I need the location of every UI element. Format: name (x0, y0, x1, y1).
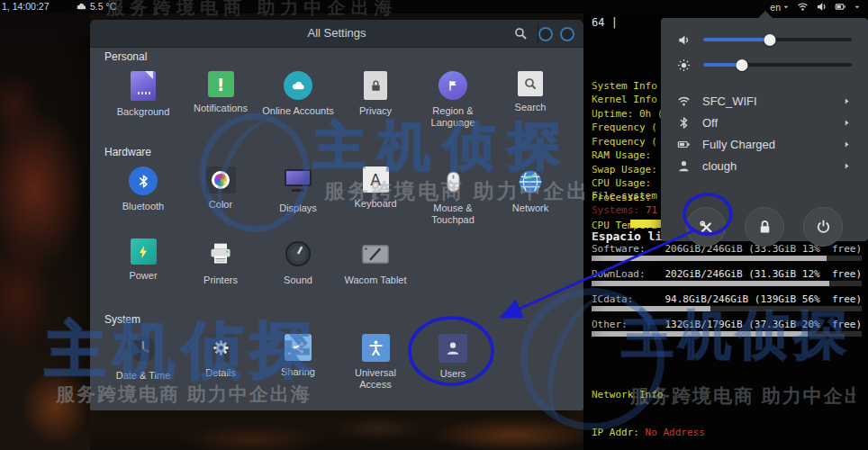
color-wheel-icon (205, 166, 236, 194)
section-personal: Personal Background Notifications (104, 50, 576, 129)
wacom-tablet-icon (360, 238, 391, 269)
brightness-icon (677, 58, 691, 72)
language-indicator[interactable]: en (770, 2, 790, 13)
menu-item[interactable]: clough (661, 155, 868, 176)
search-icon[interactable] (513, 26, 528, 40)
settings-tile[interactable]: Users (414, 334, 492, 391)
window-button-close[interactable] (560, 27, 574, 41)
notifications-icon (208, 71, 234, 97)
fs-usage-bar (592, 306, 862, 311)
tile-label: Network (512, 202, 548, 214)
window-header[interactable]: All Settings (90, 20, 583, 48)
settings-tile[interactable]: Power (104, 238, 182, 286)
tile-label: Details (205, 367, 236, 379)
filesystem-row: ICdata: 94.8GiB/246GiB (139GiB 56% free) (592, 293, 862, 315)
settings-tile[interactable]: Bluetooth (104, 166, 182, 226)
slider-knob[interactable] (764, 34, 776, 46)
slider-track[interactable] (703, 38, 852, 41)
tile-label: Sound (284, 274, 312, 286)
universal-access-icon (362, 334, 390, 362)
keyboard-icon (363, 166, 389, 193)
search-icon (518, 71, 543, 96)
settings-tile[interactable]: Search (492, 71, 569, 129)
region-language-flag-icon (439, 71, 467, 100)
settings-tile[interactable]: Privacy (337, 71, 414, 129)
network-info-block: Network Info IP Addr: No Address Down: 0… (592, 364, 862, 450)
fs-row-label: Software: (592, 243, 646, 255)
clock-icon (128, 334, 158, 364)
settings-tile[interactable]: Network (492, 166, 569, 226)
lock-button[interactable] (745, 207, 784, 247)
panel-indicators: en (770, 0, 861, 14)
tile-label: Online Accounts (262, 105, 334, 117)
menu-item-label: Off (702, 116, 718, 130)
settings-tile[interactable]: Details (182, 334, 259, 391)
tile-label: Sharing (281, 366, 315, 378)
quick-settings-menu: SFC_WIFI Off Fully Charged cl (661, 18, 868, 241)
systems-value: 71 (646, 204, 657, 216)
settings-tile[interactable]: Notifications (182, 71, 259, 129)
slider-knob[interactable] (736, 59, 747, 71)
settings-tile[interactable]: Keyboard (337, 166, 414, 226)
settings-tile[interactable]: Wacom Tablet (337, 238, 414, 286)
power-icon (815, 219, 832, 236)
tile-label: Users (440, 368, 466, 380)
fs-row-value: 202GiB/246GiB (31.3GiB 12% free) (665, 268, 862, 280)
wallpaper-left (0, 0, 90, 450)
system-info-line: Kernel Info (592, 93, 663, 107)
system-info-line: Frequency ( (592, 135, 663, 149)
settings-button[interactable] (686, 207, 726, 247)
menu-item-label: SFC_WIFI (702, 94, 757, 108)
settings-tools-icon (698, 219, 715, 236)
filesystem-row: Other: 132GiB/179GiB (37.3GiB 20% free) (592, 319, 862, 340)
system-info-line: Frequency ( (592, 121, 663, 135)
free-space-label: Espacio lib (592, 230, 669, 243)
tile-label: Date & Time (116, 370, 171, 382)
menu-item-label: Fully Charged (702, 138, 775, 151)
section-label: Hardware (104, 146, 576, 158)
chevron-right-icon (842, 140, 852, 149)
systems-usage: Systems:71 (592, 204, 657, 216)
panel-caret-down-icon[interactable] (854, 4, 861, 11)
window-title: All Settings (90, 20, 583, 47)
battery-indicator-icon[interactable] (835, 1, 846, 13)
settings-tile[interactable]: Printers (182, 238, 259, 286)
slider-row (661, 27, 868, 52)
terminal-prompt: 64 | (592, 16, 618, 29)
power-bolt-icon (131, 238, 157, 265)
fs-row-label: ICdata: (592, 293, 633, 305)
volume-indicator-icon[interactable] (816, 1, 827, 13)
settings-tile[interactable]: Region & Language (414, 71, 492, 129)
settings-tile[interactable]: Color (182, 166, 259, 226)
chevron-right-icon (842, 118, 852, 128)
wifi-indicator-icon[interactable] (797, 1, 809, 13)
menu-item[interactable]: Off (661, 112, 868, 133)
printer-icon (205, 238, 236, 269)
menu-item[interactable]: SFC_WIFI (661, 90, 868, 112)
slider-row (661, 52, 868, 77)
battery-icon (677, 138, 691, 151)
chevron-right-icon (842, 96, 852, 106)
settings-tile[interactable]: Universal Access (337, 334, 414, 391)
tile-label: Printers (203, 274, 238, 286)
slider-track[interactable] (703, 63, 852, 67)
window-button-minimize[interactable] (538, 27, 553, 41)
chevron-right-icon (842, 161, 852, 171)
settings-tile[interactable]: Sound (259, 238, 337, 286)
lock-icon (756, 219, 773, 236)
network-header: Network Info (592, 389, 862, 401)
top-panel: 1, 14:00:27 5.5 °C en (0, 0, 868, 14)
settings-tile[interactable]: Online Accounts (259, 71, 337, 129)
bluetooth-icon (677, 116, 691, 130)
settings-tile[interactable]: Date & Time (104, 334, 182, 391)
settings-tile[interactable]: Mouse & Touchpad (414, 166, 492, 226)
mouse-icon (438, 166, 468, 197)
section-system: System Date & Time Details Sh (104, 313, 576, 391)
power-button[interactable] (803, 207, 843, 247)
settings-tile[interactable]: Sharing (259, 334, 337, 391)
sound-knob-icon (283, 238, 313, 269)
settings-tile[interactable]: Background (104, 71, 182, 129)
settings-tile[interactable]: Displays (259, 166, 337, 226)
menu-item[interactable]: Fully Charged (661, 133, 868, 155)
weather-cloud-icon (76, 1, 87, 13)
